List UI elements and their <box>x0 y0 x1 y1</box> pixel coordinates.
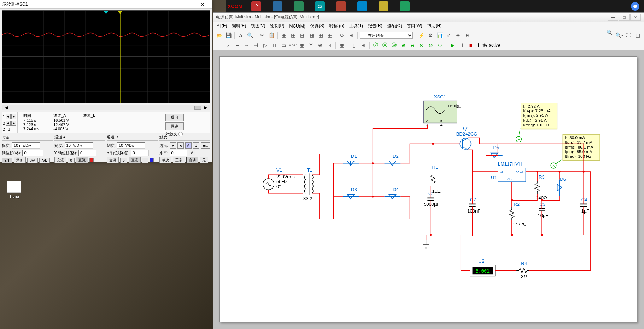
chb-dc-button[interactable]: 直流 <box>129 157 141 163</box>
trig-none-button[interactable]: 无 <box>200 157 208 163</box>
taskbar-icon-chrome[interactable] <box>630 1 640 12</box>
menu-place[interactable]: 绘制(P) <box>268 22 286 30</box>
chb-0-button[interactable]: 0 <box>120 158 127 163</box>
tb-icon[interactable]: ▦ <box>308 31 315 39</box>
comp-icon[interactable]: MISC <box>289 41 297 49</box>
probe-i-icon[interactable]: Ⓐ <box>381 41 389 49</box>
comp-icon[interactable]: ⟋ <box>224 41 232 49</box>
trig-b-button[interactable]: B <box>193 142 199 149</box>
comp-icon[interactable]: ⊡ <box>326 41 333 49</box>
menu-simulate[interactable]: 仿真(S) <box>308 22 327 30</box>
schematic[interactable]: XSC1 Ext Trig A B Q1 BD242CG I: -2.92 A … <box>220 57 637 329</box>
zoom-fit-icon[interactable]: ⛶ <box>625 31 632 39</box>
comp-icon[interactable]: ▦ <box>298 41 306 49</box>
cut-icon[interactable]: ✂ <box>258 31 266 39</box>
print-icon[interactable]: 🖨 <box>237 31 245 39</box>
tb-icon[interactable]: ⊕ <box>454 31 462 39</box>
comp-icon[interactable]: ⊞ <box>359 41 367 49</box>
taskbar-icon-4[interactable] <box>293 1 304 12</box>
tb-icon[interactable]: ⚙ <box>427 31 434 39</box>
menu-mcu[interactable]: MCU(M) <box>287 23 307 29</box>
menu-reports[interactable]: 报告(R) <box>366 22 385 30</box>
open-icon[interactable]: 📂 <box>215 31 223 39</box>
tb-icon[interactable]: ⟳ <box>338 31 346 39</box>
run-icon[interactable]: ▶ <box>449 41 456 49</box>
save-icon[interactable]: 💾 <box>224 31 232 39</box>
cha-scale-input[interactable] <box>65 142 93 149</box>
chb-scale-input[interactable] <box>117 142 145 149</box>
menu-tools[interactable]: 工具(T) <box>347 22 365 30</box>
save-button[interactable]: 保存 <box>165 122 184 130</box>
osc-display[interactable] <box>2 10 210 103</box>
comp-icon[interactable]: ▭ <box>280 41 287 49</box>
taskbar-icon-3[interactable] <box>272 1 283 12</box>
close-icon[interactable]: × <box>195 1 210 8</box>
menu-view[interactable]: 视图(V) <box>249 22 267 30</box>
cha-offset-input[interactable] <box>78 150 96 156</box>
add-button[interactable]: 添加 <box>14 157 26 163</box>
trig-auto-button[interactable]: 自动 <box>186 157 198 163</box>
tb-icon[interactable]: 📊 <box>436 31 444 39</box>
probe-icon[interactable]: ⊕ <box>399 41 407 49</box>
probe-icon[interactable]: ⊗ <box>418 41 426 49</box>
taskbar-icon-2[interactable] <box>251 1 262 12</box>
comp-icon[interactable]: ⊥ <box>215 41 223 49</box>
cha-color[interactable] <box>89 158 94 162</box>
minimize-icon[interactable]: — <box>608 14 618 21</box>
ba-button[interactable]: B/A <box>27 158 38 163</box>
taskbar-icon-7[interactable] <box>357 1 368 12</box>
osc-titlebar[interactable]: 示波器-XSC1 × <box>0 0 212 9</box>
taskbar-icon-arduino[interactable]: ∞ <box>315 1 325 12</box>
menu-window[interactable]: 窗口(W) <box>405 22 424 30</box>
taskbar-icon-6[interactable] <box>336 1 346 12</box>
preview-icon[interactable]: 🔍 <box>246 31 254 39</box>
inuse-list-select[interactable]: --- 在用列表 --- <box>360 32 413 39</box>
menu-help[interactable]: 帮助(H) <box>425 22 444 30</box>
ms-titlebar[interactable]: 电源仿真_Multisim - Multisim - [9V电源仿真_Multi… <box>213 13 644 22</box>
tb-icon[interactable]: ▦ <box>280 31 288 39</box>
yt-button[interactable]: Y/T <box>2 158 12 163</box>
tb-icon[interactable]: ▦ <box>298 31 306 39</box>
tb-icon[interactable]: ⚡ <box>417 31 425 39</box>
cha-ac-button[interactable]: 交流 <box>54 157 66 163</box>
cursor-1-right[interactable]: ► <box>11 114 16 119</box>
stop-icon[interactable]: ■ <box>467 41 475 49</box>
taskbar-icon-9[interactable] <box>399 1 410 12</box>
comp-icon[interactable]: ▷ <box>261 41 269 49</box>
comp-icon[interactable]: ⊣ <box>252 41 260 49</box>
probe-icon[interactable]: ⊙ <box>436 41 444 49</box>
reverse-button[interactable]: 反向 <box>165 114 184 121</box>
tb-icon[interactable]: ⊖ <box>463 31 471 39</box>
chb-offset-input[interactable] <box>131 150 149 156</box>
maximize-icon[interactable]: □ <box>619 14 630 21</box>
edge-fall-button[interactable]: ⬊ <box>177 142 184 149</box>
pause-icon[interactable]: ⏸ <box>458 41 466 49</box>
cursor-2-right[interactable]: ► <box>11 121 16 126</box>
probe-icon[interactable]: ⊖ <box>409 41 416 49</box>
time-offset-input[interactable] <box>22 150 43 156</box>
tb-icon[interactable]: ✓ <box>445 31 453 39</box>
probe-icon[interactable]: ⊘ <box>427 41 435 49</box>
tb-icon[interactable]: ▦ <box>289 31 297 39</box>
probe-v-icon[interactable]: Ⓥ <box>372 41 380 49</box>
close-icon[interactable]: × <box>630 14 641 21</box>
chb-color[interactable] <box>150 158 154 162</box>
taskbar-icon-xcom[interactable]: XCOM <box>230 1 240 12</box>
comp-icon[interactable]: ⊕ <box>316 41 324 49</box>
trig-single-button[interactable]: 单次 <box>159 157 171 163</box>
cursor-2-left[interactable]: ◄ <box>6 121 11 126</box>
comp-icon[interactable]: ▦ <box>338 41 346 49</box>
comp-icon[interactable]: ⊢ <box>234 41 241 49</box>
cha-0-button[interactable]: 0 <box>68 158 75 163</box>
zoom-in-icon[interactable]: 🔍+ <box>606 31 614 39</box>
menu-file[interactable]: 件(F) <box>215 22 229 30</box>
comp-icon[interactable]: Y <box>307 41 315 49</box>
zoom-out-icon[interactable]: 🔍- <box>615 31 623 39</box>
sim-mode-label[interactable]: ℹ Interactive <box>476 43 502 48</box>
tb-icon[interactable]: ▦ <box>326 31 334 39</box>
trig-a-button[interactable]: A <box>185 142 192 149</box>
taskbar-icon-8[interactable] <box>378 1 389 12</box>
trig-ext-button[interactable]: Ext <box>201 142 210 149</box>
desktop-file-1png[interactable]: 1.png <box>4 181 25 198</box>
edge-rise-button[interactable]: ⬈ <box>170 142 176 149</box>
